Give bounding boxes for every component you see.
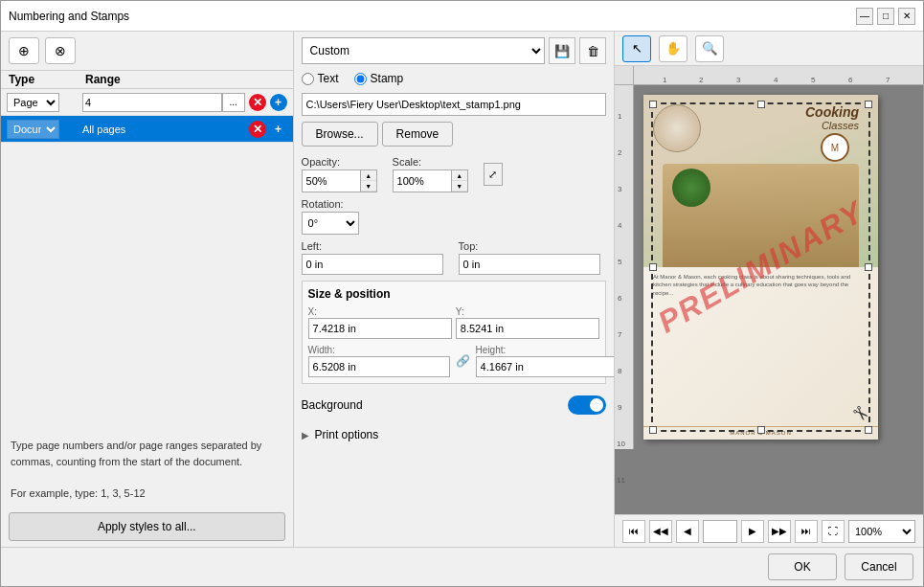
page-number-input[interactable]: 4 <box>703 520 737 543</box>
expand-button[interactable]: ⤢ <box>484 163 503 186</box>
print-options-row[interactable]: ▶ Print options <box>302 424 606 445</box>
dialog-footer: OK Cancel <box>1 547 923 586</box>
radio-text-input[interactable] <box>302 73 314 85</box>
radio-stamp-label[interactable]: Stamp <box>354 72 404 85</box>
left-field: Left: <box>302 240 443 275</box>
height-input[interactable] <box>476 356 615 377</box>
next-page-button[interactable]: ▶ <box>741 520 764 543</box>
handle-tl[interactable] <box>649 101 657 108</box>
background-row: Background <box>302 392 606 418</box>
next-pages-button[interactable]: ▶▶ <box>768 520 791 543</box>
scale-up[interactable]: ▲ <box>452 170 467 181</box>
top-field: Top: <box>459 240 600 275</box>
ruler-v-7: 7 <box>618 330 621 339</box>
rotation-select[interactable]: 0° 90° 180° 270° <box>302 212 359 235</box>
range-value: All pages <box>82 124 245 135</box>
scale-down[interactable]: ▼ <box>452 181 467 192</box>
ok-button[interactable]: OK <box>768 553 837 580</box>
next-page-icon: ▶ <box>749 526 756 536</box>
prev-pages-button[interactable]: ◀◀ <box>649 520 672 543</box>
bottom-nav-bar: ⏮ ◀◀ ◀ 4 ▶ ▶▶ ⏭ ⛶ <box>615 514 923 547</box>
handle-tr[interactable] <box>865 101 872 108</box>
page-preview: At Manor & Mason, each cooking class is … <box>643 95 878 440</box>
close-button[interactable]: ✕ <box>898 8 915 25</box>
ellipsis-button[interactable]: ... <box>222 93 245 112</box>
prev-page-icon: ◀ <box>684 526 691 536</box>
range-cell: ... <box>82 93 245 112</box>
handle-br[interactable] <box>865 426 872 434</box>
scale-input-row: ▲ ▼ <box>393 169 468 192</box>
handle-ml[interactable] <box>649 263 657 271</box>
minimize-button[interactable]: — <box>856 8 873 25</box>
x-input[interactable] <box>308 318 452 339</box>
save-preset-button[interactable]: 💾 <box>549 37 575 64</box>
search-tool-button[interactable]: 🔍 <box>695 35 724 62</box>
opacity-spin: ▲ ▼ <box>360 170 376 192</box>
next-pages-icon: ▶▶ <box>772 526 787 536</box>
preset-select[interactable]: Custom <box>302 37 545 64</box>
zoom-select[interactable]: 50% 75% 100% 150% 200% <box>848 520 915 543</box>
type-cell: Page <box>7 93 79 112</box>
scale-input[interactable] <box>394 170 451 192</box>
apply-styles-button[interactable]: Apply styles to all... <box>9 512 285 541</box>
first-page-icon: ⏮ <box>629 526 639 536</box>
ruler-v-11: 11 <box>617 476 625 485</box>
link-button[interactable]: ⊗ <box>45 37 76 64</box>
delete-preset-button[interactable]: 🗑 <box>579 37 606 64</box>
remove-button[interactable]: Remove <box>382 122 454 147</box>
middle-panel: Custom 💾 🗑 Text Stamp <box>294 32 615 547</box>
ruler-canvas-row: 1 2 3 4 5 6 7 8 9 10 11 <box>615 85 923 449</box>
size-position-title: Size & position <box>308 287 599 301</box>
opacity-down[interactable]: ▼ <box>361 181 376 192</box>
ruler-mark-4: 4 <box>774 76 778 84</box>
first-page-button[interactable]: ⏮ <box>622 520 645 543</box>
file-path-input[interactable] <box>302 93 606 116</box>
hand-tool-button[interactable]: ✋ <box>659 35 687 62</box>
browse-button[interactable]: Browse... <box>302 122 378 147</box>
width-input[interactable] <box>308 356 450 377</box>
type-select[interactable]: Docum... <box>7 120 59 139</box>
window-controls: — □ ✕ <box>856 8 915 25</box>
top-ruler-row: 1 2 3 4 5 6 7 8 <box>615 66 923 85</box>
radio-stamp-input[interactable] <box>354 73 367 85</box>
opacity-up[interactable]: ▲ <box>361 170 376 181</box>
add-stamp-button[interactable]: ⊕ <box>9 37 39 64</box>
width-field: Width: <box>308 345 450 377</box>
add-row-button[interactable]: + <box>270 94 287 111</box>
scale-label: Scale: <box>393 156 468 168</box>
print-options-label: Print options <box>315 428 379 441</box>
radio-text-label[interactable]: Text <box>302 72 339 85</box>
ruler-mark-5: 5 <box>811 76 815 84</box>
fit-page-button[interactable]: ⛶ <box>822 520 845 543</box>
y-input[interactable] <box>456 318 599 339</box>
add-row-button[interactable]: + <box>270 121 287 138</box>
opacity-field: Opacity: ▲ ▼ <box>302 156 377 192</box>
maximize-button[interactable]: □ <box>877 8 894 25</box>
ruler-v-2: 2 <box>618 148 621 157</box>
ruler-v-9: 9 <box>618 403 621 412</box>
handle-bl[interactable] <box>649 426 657 434</box>
background-toggle[interactable] <box>568 395 606 415</box>
remove-row-button[interactable]: ✕ <box>249 121 266 138</box>
magnify-icon: 🔍 <box>702 41 718 56</box>
handle-tm[interactable] <box>757 101 765 108</box>
ruler-v-5: 5 <box>618 258 621 266</box>
ruler-mark-3: 3 <box>736 76 740 84</box>
range-input[interactable] <box>82 93 222 112</box>
last-page-button[interactable]: ⏭ <box>795 520 818 543</box>
handle-mr[interactable] <box>865 263 872 271</box>
top-input[interactable] <box>459 254 600 275</box>
opacity-input[interactable] <box>303 170 360 192</box>
canvas-area: 1 2 3 4 5 6 7 8 <box>615 66 923 514</box>
xy-grid: X: Y: <box>308 306 599 339</box>
handle-bm[interactable] <box>757 426 765 434</box>
remove-row-button[interactable]: ✕ <box>249 94 266 111</box>
prev-page-button[interactable]: ◀ <box>676 520 699 543</box>
browse-remove-row: Browse... Remove <box>302 122 606 147</box>
type-select[interactable]: Page <box>7 93 59 112</box>
select-tool-button[interactable]: ↖ <box>622 35 651 62</box>
table-header: Type Range <box>1 71 293 89</box>
cancel-button[interactable]: Cancel <box>845 553 913 580</box>
window-title: Numbering and Stamps <box>9 10 129 23</box>
left-input[interactable] <box>302 254 443 275</box>
